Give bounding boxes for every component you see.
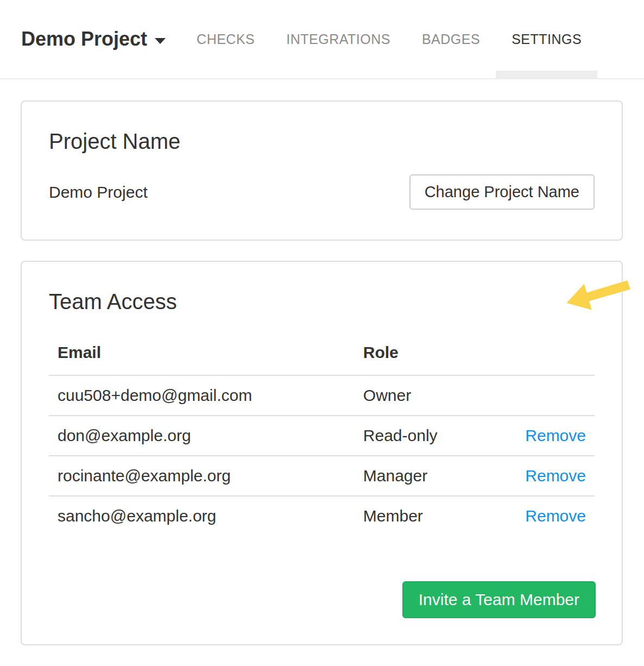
email-cell: don@example.org [49, 416, 355, 456]
role-cell: Member [355, 496, 513, 536]
action-cell: Remove [513, 496, 595, 536]
remove-member-link[interactable]: Remove [525, 426, 586, 444]
invite-team-member-button[interactable]: Invite a Team Member [402, 581, 596, 618]
action-cell: Remove [513, 416, 595, 456]
role-cell: Read-only [355, 416, 513, 456]
email-cell: rocinante@example.org [49, 456, 355, 496]
main-nav: CHECKS INTEGRATIONS BADGES SETTINGS [181, 0, 597, 78]
role-cell: Owner [355, 375, 513, 416]
team-access-card-title: Team Access [49, 289, 595, 314]
table-header-row: Email Role [49, 336, 595, 375]
team-access-card: Team Access Email Role cuu508+demo@gmail… [21, 261, 623, 645]
table-row: cuu508+demo@gmail.com Owner [49, 375, 595, 416]
remove-member-link[interactable]: Remove [525, 467, 586, 485]
project-switcher-label: Demo Project [21, 28, 147, 51]
project-name-card: Project Name Demo Project Change Project… [21, 100, 623, 241]
tab-badges[interactable]: BADGES [406, 0, 496, 78]
role-column-header: Role [355, 336, 513, 375]
top-navbar: Demo Project CHECKS INTEGRATIONS BADGES … [0, 0, 644, 79]
project-name-card-title: Project Name [49, 129, 595, 154]
table-row: don@example.org Read-only Remove [49, 416, 595, 456]
tab-settings[interactable]: SETTINGS [496, 0, 597, 78]
email-cell: cuu508+demo@gmail.com [49, 375, 355, 416]
project-name-row: Demo Project Change Project Name [49, 174, 595, 210]
table-row: rocinante@example.org Manager Remove [49, 456, 595, 496]
change-project-name-button[interactable]: Change Project Name [409, 174, 595, 210]
role-cell: Manager [355, 456, 513, 496]
caret-down-icon [155, 38, 166, 44]
email-column-header: Email [49, 336, 355, 375]
remove-member-link[interactable]: Remove [525, 507, 586, 525]
action-cell: Remove [513, 456, 595, 496]
project-switcher[interactable]: Demo Project [21, 28, 166, 51]
tab-checks[interactable]: CHECKS [181, 0, 270, 78]
team-members-table: Email Role cuu508+demo@gmail.com Owner d… [49, 336, 595, 536]
email-cell: sancho@example.org [49, 496, 355, 536]
current-project-name: Demo Project [49, 183, 148, 202]
table-row: sancho@example.org Member Remove [49, 496, 595, 536]
action-column-header [513, 336, 595, 375]
tab-integrations[interactable]: INTEGRATIONS [270, 0, 406, 78]
action-cell [513, 375, 595, 416]
